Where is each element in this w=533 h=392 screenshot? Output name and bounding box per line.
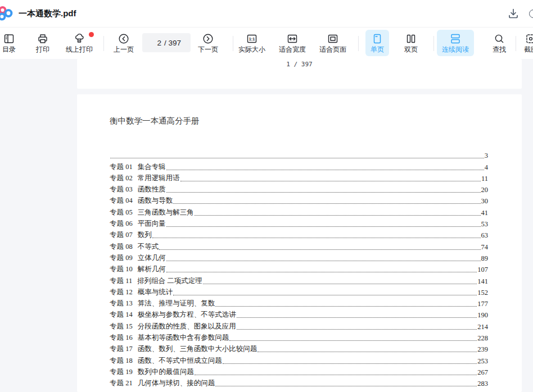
toc-entry-no: 专题 21 [110,379,133,388]
toolbar-label: 适合宽度 [279,46,306,53]
toc-entry-no: 专题 06 [110,219,133,229]
toc-leader-dots [195,215,481,216]
toc-entry: 专题 03函数性质20 [110,183,488,194]
fit-width-icon [286,33,299,45]
toc-leader-dots [229,340,477,341]
toc-entry-page: 283 [477,380,488,388]
app-logo-icon [0,5,14,22]
toc-entry: 专题 19数列中的最值问题267 [110,366,488,377]
toc-leader-dots [166,272,477,272]
toc-entry: 专题 09立体几何89 [110,252,488,263]
chevron-left-circle-icon [118,33,130,45]
toc-entry-no: 专题 08 [110,242,133,252]
toc-entry: 专题 06平面向量53 [110,217,488,229]
toc-entry-no: 专题 17 [110,344,133,354]
double-page-icon [405,33,417,45]
fit-page-button[interactable]: 适合页面 [314,30,351,56]
toc-entry-no: 专题 07 [110,230,133,240]
toc-entry-page: 267 [477,368,488,377]
continuous-reading-button[interactable]: 连续阅读 [437,30,474,56]
toc-entry-page: 53 [481,220,489,229]
toc-leader-dots [237,329,477,330]
pdf-page-1: 1 / 397 [77,59,522,89]
toc-entry-title: 极坐标与参数方程、不等式选讲 [138,310,236,320]
toolbar-label: 打印 [36,46,49,53]
toc-leader-dots [195,375,477,375]
pdf-viewport[interactable]: 1 / 397 衡中数学一本通高分手册 3 专题 01集合专辑4 专题 02常用… [0,59,533,392]
toc-leader-dots [215,386,477,386]
toc-entry-no: 专题 03 [110,185,133,194]
toc-entry-page: 107 [477,266,488,274]
toolbar-label: 上一页 [114,46,134,53]
toc-entry: 专题 17函数、数列、三角函数中大小比较问题239 [110,343,488,354]
toc-entry-page: 228 [477,334,488,343]
find-button[interactable]: 查找 [487,30,511,56]
printer-icon [37,33,49,45]
toc-entry: 专题 04函数与导数30 [110,194,488,206]
toc-entry-no: 专题 14 [110,310,133,320]
toc-entry-no: 专题 13 [110,299,133,308]
toc-entry-no: 专题 10 [110,265,133,274]
toc-leader-dots [215,306,477,307]
title-bar: 一本通数学.pdf [0,0,533,28]
continuous-read-icon [449,33,462,45]
toc-entry: 专题 13算法、推理与证明、复数177 [110,297,488,308]
pdf-page-2: 衡中数学一本通高分手册 3 专题 01集合专辑4 专题 02常用逻辑用语11 专… [77,94,522,392]
toc-entry-title: 函数、数列、三角函数中大小比较问题 [138,344,258,354]
prev-page-button[interactable]: 上一页 [109,30,139,56]
toc-entry: 专题 02常用逻辑用语11 [110,172,488,183]
toc-leader-dots [173,203,480,204]
page-number-input[interactable] [152,39,161,47]
toc-entry-title: 常用逻辑用语 [138,174,180,183]
toc-entry: 专题 07数列63 [110,229,488,240]
screenshot-button[interactable]: 截图 [519,30,533,56]
toc-entry-page: 190 [477,311,488,320]
toolbar-label: 实际大小 [238,46,265,53]
toc-button[interactable]: 目录 [0,30,21,56]
online-print-button[interactable]: 线上打印 [61,30,98,56]
toc-entry: 专题 21几何体与球切、接的问题283 [110,377,488,388]
double-page-button[interactable]: 双页 [399,30,423,56]
document-heading: 衡中数学一本通高分手册 [110,116,200,126]
toc-entry: 专题 12概率与统计152 [110,286,488,297]
toc-entry-no: 专题 02 [110,174,133,183]
toc-entry-title: 集合专辑 [138,162,166,172]
toc-entry: 专题 01集合专辑4 [110,160,488,171]
toc-entry-title: 函数性质 [138,185,166,194]
toolbar-label: 适合页面 [319,46,346,53]
toc-leader-dots [166,226,481,227]
toc-entry-title: 算法、推理与证明、复数 [138,299,215,308]
toc-entry-title: 概率与统计 [138,288,173,297]
toc-leader-dots [258,352,477,352]
toc-entry-title: 分段函数的性质、图象以及应用 [138,322,236,331]
toc-entry: 专题 05三角函数与解三角41 [110,206,488,217]
toc-entry-page: 239 [477,345,488,354]
single-page-button[interactable]: 单页 [365,30,389,56]
toc-entry-page: 20 [481,186,489,194]
toolbar-label: 目录 [2,46,16,53]
toc-entry: 专题 08不等式74 [110,240,488,251]
toc-entry-title: 函数、不等式中恒成立问题 [138,356,222,366]
document-title: 一本通数学.pdf [19,0,76,27]
toc-leader-dots [166,170,484,170]
toc-entry: 专题 14极坐标与参数方程、不等式选讲190 [110,308,488,320]
toolbar-divider [433,36,434,51]
toc-entry-no: 专题 05 [110,208,133,217]
toc-leader-dots [166,261,481,261]
fit-width-button[interactable]: 适合宽度 [274,30,311,56]
toc-entry-no: 专题 15 [110,322,133,331]
toc-entry-page: 141 [477,277,488,286]
toc-entry-title: 不等式 [138,242,159,252]
next-page-button[interactable]: 下一页 [193,30,223,56]
toc-entry-page: 30 [481,197,489,206]
toolbar-label: 双页 [404,46,418,53]
toc-leader-dots [159,249,480,250]
download-icon[interactable] [507,7,520,20]
toc-entry-page: 63 [481,231,489,240]
actual-size-button[interactable]: 1:1 实际大小 [233,30,270,56]
print-button[interactable]: 打印 [31,30,55,56]
search-icon [493,33,505,45]
toc-entry: 专题 16基本初等函数中含有参数问题228 [110,331,488,343]
toc-entry-page: 89 [481,254,489,263]
toolbar-label: 连续阅读 [442,46,469,53]
